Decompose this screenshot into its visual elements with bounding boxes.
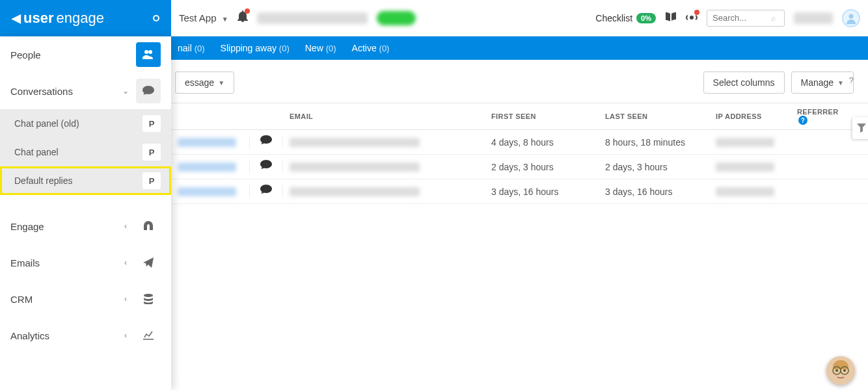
redacted-ip <box>716 187 774 196</box>
sidebar-label: CRM <box>10 294 119 305</box>
sidebar-label: Emails <box>10 257 119 268</box>
chat-bubble-icon[interactable] <box>260 160 272 173</box>
sub-label: Chat panel <box>14 147 142 157</box>
redacted-username <box>794 12 833 24</box>
app-name: Test App <box>179 12 217 23</box>
cell-first-seen: 3 days, 16 hours <box>485 187 599 197</box>
notifications-bell[interactable] <box>237 10 248 25</box>
chat-icon <box>136 79 161 103</box>
chevron-down-icon: ▼ <box>222 16 228 23</box>
toolbar: essage ▼ Select columns Manage ▼ <box>171 60 868 103</box>
chevron-left-icon: ‹ <box>119 258 132 267</box>
cell-first-seen: 4 days, 8 hours <box>485 137 599 148</box>
table-row[interactable]: 3 days, 16 hours3 days, 16 hours <box>171 179 868 204</box>
checklist-label: Checklist <box>595 13 632 23</box>
redacted-pill <box>377 11 416 25</box>
col-last-seen[interactable]: LAST SEEN <box>599 112 709 120</box>
chat-bubble-icon[interactable] <box>260 185 272 198</box>
chevron-left-icon: ‹ <box>119 331 132 340</box>
brand-name-1: user <box>23 10 53 27</box>
tab-active[interactable]: Active (0) <box>352 43 390 53</box>
col-ip[interactable]: IP ADDRESS <box>709 112 791 120</box>
sidebar-item-conversations[interactable]: Conversations ⌄ <box>0 73 171 109</box>
filter-toggle[interactable] <box>852 117 868 139</box>
brand-name-2: engage <box>56 10 103 27</box>
sidebar-label: Conversations <box>10 86 119 97</box>
sidebar-item-emails[interactable]: Emails ‹ <box>0 244 171 281</box>
table-row[interactable]: 2 days, 3 hours2 days, 3 hours <box>171 155 868 179</box>
subitem-default-replies[interactable]: Default replies P <box>0 166 171 195</box>
table-row[interactable]: 4 days, 8 hours8 hours, 18 minutes <box>171 130 868 155</box>
chevron-down-icon: ▼ <box>218 79 224 86</box>
main-content: ? essage ▼ Select columns Manage ▼ EMAIL… <box>171 60 868 390</box>
redacted-email <box>290 162 420 172</box>
search-input[interactable] <box>712 13 771 23</box>
chevron-down-icon: ⌄ <box>119 86 132 96</box>
subnav-tabs: nail (0) Slipping away (0) New (0) Activ… <box>171 36 868 60</box>
book-icon[interactable] <box>665 12 677 25</box>
app-selector[interactable]: Test App ▼ <box>179 12 228 23</box>
pro-badge: P <box>142 172 161 189</box>
sidebar-item-crm[interactable]: CRM ‹ <box>0 281 171 317</box>
chevron-down-icon: ▼ <box>837 79 844 86</box>
header: Test App ▼ Checklist 0% ⌕ <box>171 0 868 36</box>
tab-new[interactable]: New (0) <box>305 43 336 53</box>
redacted-name <box>178 138 236 147</box>
sidebar-label: Analytics <box>10 330 119 341</box>
conversations-submenu: Chat panel (old) P Chat panel P Default … <box>0 109 171 195</box>
cell-last-seen: 8 hours, 18 minutes <box>599 137 709 148</box>
col-first-seen[interactable]: FIRST SEEN <box>485 112 599 120</box>
user-avatar[interactable] <box>842 9 860 27</box>
select-columns-button[interactable]: Select columns <box>703 72 785 94</box>
redacted-ip <box>716 162 774 172</box>
broadcast-icon[interactable] <box>686 12 698 25</box>
subitem-chat-panel[interactable]: Chat panel P <box>0 138 171 166</box>
send-icon <box>136 250 161 275</box>
arrow-left-icon: ◀ <box>12 11 21 25</box>
brand-logo[interactable]: ◀ user engage <box>12 10 104 27</box>
tab-nail[interactable]: nail (0) <box>178 43 205 53</box>
pro-badge: P <box>142 115 161 132</box>
redacted-email <box>290 138 420 147</box>
sidebar-item-analytics[interactable]: Analytics ‹ <box>0 317 171 354</box>
redacted-name <box>178 187 236 196</box>
tab-slipping-away[interactable]: Slipping away (0) <box>221 43 290 53</box>
status-indicator-icon <box>153 15 159 21</box>
help-button[interactable]: ? <box>849 75 854 85</box>
message-button[interactable]: essage ▼ <box>175 72 234 94</box>
col-referrer[interactable]: REFERRER? <box>791 108 849 125</box>
pro-badge: P <box>142 144 161 161</box>
cell-last-seen: 2 days, 3 hours <box>599 162 709 172</box>
people-icon <box>136 42 161 67</box>
chart-line-icon <box>136 323 161 348</box>
database-icon <box>136 287 161 311</box>
redacted-email <box>290 187 420 196</box>
sidebar-label: Engage <box>10 221 119 232</box>
table-header: EMAIL FIRST SEEN LAST SEEN IP ADDRESS RE… <box>171 103 868 130</box>
redacted-title <box>257 12 368 24</box>
sub-label: Default replies <box>14 176 142 186</box>
sub-label: Chat panel (old) <box>14 118 142 129</box>
subitem-chat-panel-old[interactable]: Chat panel (old) P <box>0 109 171 138</box>
info-icon: ? <box>798 116 807 125</box>
svg-point-0 <box>849 14 854 18</box>
search-box[interactable]: ⌕ <box>707 10 785 27</box>
sidebar: People Conversations ⌄ Chat panel (old) … <box>0 36 171 390</box>
redacted-name <box>178 162 236 172</box>
chevron-left-icon: ‹ <box>119 222 132 231</box>
col-email[interactable]: EMAIL <box>283 112 485 120</box>
checklist-percent: 0% <box>636 13 656 23</box>
support-widget[interactable] <box>826 356 855 385</box>
chat-bubble-icon[interactable] <box>260 135 272 148</box>
svg-point-6 <box>843 369 846 372</box>
users-table: EMAIL FIRST SEEN LAST SEEN IP ADDRESS RE… <box>171 103 868 204</box>
magnet-icon <box>136 214 161 239</box>
sidebar-item-engage[interactable]: Engage ‹ <box>0 208 171 244</box>
redacted-ip <box>716 138 774 147</box>
svg-point-5 <box>835 369 838 372</box>
sidebar-item-people[interactable]: People <box>0 36 171 73</box>
cell-first-seen: 2 days, 3 hours <box>485 162 599 172</box>
checklist-button[interactable]: Checklist 0% <box>595 13 656 23</box>
cell-last-seen: 3 days, 16 hours <box>599 187 709 197</box>
manage-button[interactable]: Manage ▼ <box>791 72 854 94</box>
